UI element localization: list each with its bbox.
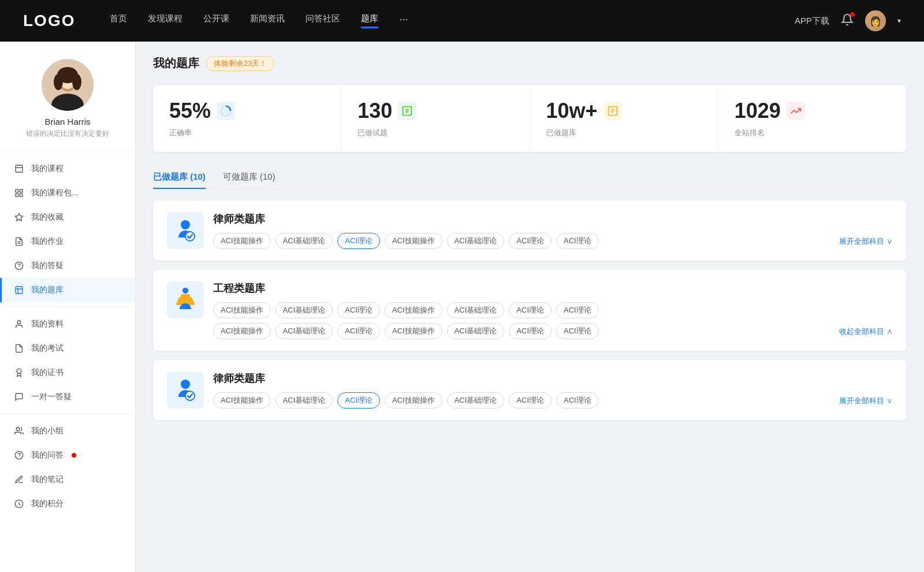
- sidebar-item-qbank[interactable]: 我的题库: [0, 278, 135, 302]
- main-nav: 首页 发现课程 公开课 新闻资讯 问答社区 题库 ···: [110, 13, 795, 28]
- questions-notification-dot: [72, 453, 76, 458]
- user-menu-chevron[interactable]: ▾: [897, 17, 901, 25]
- qbank-lawyer-icon-1: [167, 212, 204, 249]
- sidebar-item-my-points[interactable]: 我的积分: [0, 492, 135, 516]
- tag[interactable]: ACI基础理论: [275, 233, 333, 249]
- tag[interactable]: ACI技能操作: [385, 392, 442, 408]
- svg-rect-9: [20, 190, 23, 192]
- tag[interactable]: ACI技能操作: [213, 302, 271, 318]
- main-content: 我的题库 体验剩余23天！ 55% 正确率 13: [136, 42, 924, 572]
- collapse-btn-engineer[interactable]: 收起全部科目 ∧: [839, 324, 893, 339]
- tag[interactable]: ACI技能操作: [213, 233, 271, 249]
- nav-news[interactable]: 新闻资讯: [250, 13, 285, 28]
- profile-motto: 错误的决定比没有决定要好: [12, 129, 124, 139]
- tag[interactable]: ACI基础理论: [275, 302, 333, 318]
- app-download-btn[interactable]: APP下载: [795, 16, 829, 27]
- sidebar-item-1v1-qa[interactable]: 一对一答疑: [0, 385, 135, 409]
- nav-qa[interactable]: 问答社区: [305, 13, 340, 28]
- qbank-engineer-icon: [167, 281, 204, 318]
- sidebar-item-my-courses[interactable]: 我的课程: [0, 157, 135, 181]
- tag[interactable]: ACI理论: [337, 302, 380, 318]
- qbank-info-lawyer-2: 律师类题库 ACI技能操作 ACI基础理论 ACI理论 ACI技能操作 ACI基…: [213, 372, 893, 408]
- stat-rank: 1029 全站排名: [718, 85, 907, 152]
- svg-rect-7: [16, 165, 23, 172]
- tag[interactable]: ACI理论: [556, 323, 599, 339]
- sidebar-item-my-qa[interactable]: 我的答疑: [0, 254, 135, 278]
- tag[interactable]: ACI技能操作: [213, 323, 271, 339]
- tag[interactable]: ACI技能操作: [213, 392, 271, 408]
- notification-bell[interactable]: [841, 13, 854, 28]
- stat-done-banks-label: 已做题库: [546, 128, 702, 138]
- expand-btn-lawyer-1[interactable]: 展开全部科目 ∨: [839, 234, 893, 249]
- nav-discover[interactable]: 发现课程: [148, 13, 182, 28]
- tags-engineer-row1: ACI技能操作 ACI基础理论 ACI理论 ACI技能操作 ACI基础理论 AC…: [213, 302, 893, 318]
- stat-done-questions-icon: [398, 102, 416, 120]
- sidebar-item-my-notes[interactable]: 我的笔记: [0, 467, 135, 492]
- tag[interactable]: ACI基础理论: [275, 323, 333, 339]
- svg-point-32: [181, 380, 190, 389]
- tag[interactable]: ACI基础理论: [275, 392, 333, 408]
- tag[interactable]: ACI理论: [337, 233, 380, 249]
- nav-home[interactable]: 首页: [110, 13, 127, 28]
- tag[interactable]: ACI理论: [509, 392, 552, 408]
- nav-open-course[interactable]: 公开课: [203, 13, 229, 28]
- sidebar-item-homework[interactable]: 我的作业: [0, 229, 135, 254]
- tag[interactable]: ACI理论: [509, 302, 552, 318]
- stat-done-banks: 10w+ 已做题库: [530, 85, 718, 152]
- my-points-icon: [14, 499, 24, 509]
- my-questions-icon: [14, 450, 24, 460]
- my-group-icon: [14, 426, 24, 436]
- tag[interactable]: ACI理论: [556, 392, 599, 408]
- stat-rank-value: 1029: [735, 99, 781, 123]
- stat-accuracy-value: 55%: [169, 99, 211, 123]
- tab-done[interactable]: 已做题库 (10): [153, 166, 206, 188]
- sidebar-item-favorites[interactable]: 我的收藏: [0, 205, 135, 229]
- sidebar-item-my-questions[interactable]: 我的问答: [0, 443, 135, 467]
- profile-avatar[interactable]: [42, 59, 94, 111]
- stat-done-banks-icon: [603, 102, 622, 120]
- tag[interactable]: ACI技能操作: [385, 233, 442, 249]
- tag[interactable]: ACI基础理论: [447, 323, 505, 339]
- sidebar-item-certificate[interactable]: 我的证书: [0, 361, 135, 385]
- header-right: APP下载 👩 ▾: [795, 10, 901, 31]
- svg-point-27: [181, 220, 190, 229]
- tag[interactable]: ACI技能操作: [385, 323, 442, 339]
- nav-qbank[interactable]: 题库: [361, 13, 378, 28]
- qbank-card-engineer: 工程类题库 ACI技能操作 ACI基础理论 ACI理论 ACI技能操作 ACI基…: [153, 270, 907, 351]
- tag[interactable]: ACI理论: [337, 392, 380, 408]
- certificate-icon: [14, 367, 24, 378]
- tags-engineer-row2: ACI技能操作 ACI基础理论 ACI理论 ACI技能操作 ACI基础理论 AC…: [213, 323, 839, 339]
- tag[interactable]: ACI理论: [556, 233, 599, 249]
- qbank-lawyer-icon-2: [167, 372, 204, 408]
- tag[interactable]: ACI基础理论: [447, 233, 505, 249]
- tag[interactable]: ACI技能操作: [385, 302, 442, 318]
- tag[interactable]: ACI基础理论: [447, 302, 505, 318]
- user-avatar[interactable]: 👩: [865, 10, 886, 31]
- tag[interactable]: ACI理论: [509, 233, 552, 249]
- tag[interactable]: ACI理论: [509, 323, 552, 339]
- nav-more[interactable]: ···: [399, 13, 408, 28]
- svg-rect-8: [16, 190, 18, 192]
- sidebar-item-my-profile[interactable]: 我的资料: [0, 312, 135, 336]
- sidebar: Brian Harris 错误的决定比没有决定要好 我的课程 我的课程包...: [0, 42, 136, 572]
- svg-point-5: [54, 74, 63, 90]
- tag[interactable]: ACI基础理论: [447, 392, 505, 408]
- header: LOGO 首页 发现课程 公开课 新闻资讯 问答社区 题库 ··· APP下载 …: [0, 0, 924, 42]
- tab-available[interactable]: 可做题库 (10): [223, 166, 275, 188]
- sidebar-item-my-group[interactable]: 我的小组: [0, 419, 135, 443]
- sidebar-item-course-package[interactable]: 我的课程包...: [0, 181, 135, 205]
- qbank-info-lawyer-1: 律师类题库 ACI技能操作 ACI基础理论 ACI理论 ACI技能操作 ACI基…: [213, 212, 893, 249]
- tag[interactable]: ACI理论: [556, 302, 599, 318]
- qbank-info-engineer: 工程类题库 ACI技能操作 ACI基础理论 ACI理论 ACI技能操作 ACI基…: [213, 281, 893, 339]
- svg-point-6: [72, 74, 81, 90]
- divider-1: [0, 307, 135, 307]
- svg-point-18: [17, 321, 20, 324]
- tag[interactable]: ACI理论: [337, 323, 380, 339]
- expand-btn-lawyer-2[interactable]: 展开全部科目 ∨: [839, 393, 893, 408]
- stat-rank-label: 全站排名: [735, 128, 891, 138]
- sidebar-item-my-exam[interactable]: 我的考试: [0, 336, 135, 361]
- svg-rect-30: [181, 294, 190, 297]
- tags-lawyer-1: ACI技能操作 ACI基础理论 ACI理论 ACI技能操作 ACI基础理论 AC…: [213, 233, 839, 249]
- my-profile-icon: [14, 319, 24, 329]
- svg-rect-17: [16, 287, 23, 294]
